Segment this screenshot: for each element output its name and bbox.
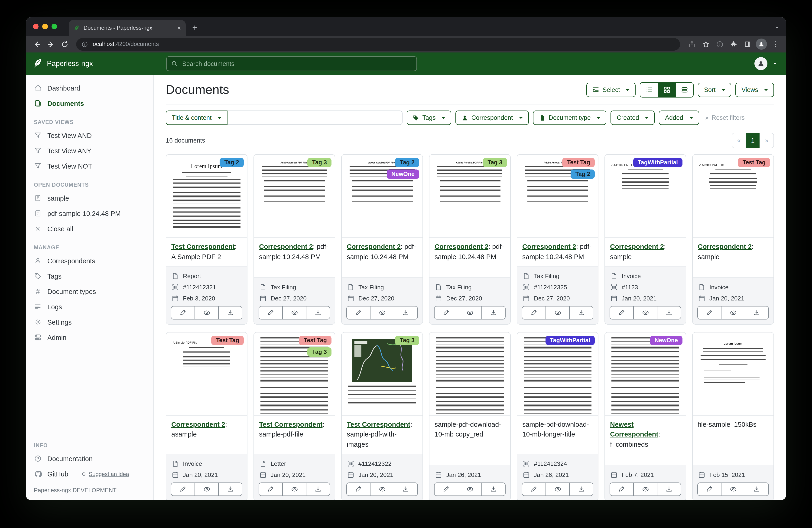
document-thumbnail[interactable]: A Simple PDF FileTest Tag <box>693 155 773 238</box>
document-card[interactable]: TagWithPartialsample-pdf-download-10-mb-… <box>517 332 598 500</box>
document-thumbnail[interactable]: Lorem IpsumTag 2 <box>166 155 247 238</box>
tag-badge[interactable]: NewOne <box>387 170 419 179</box>
document-title[interactable]: Test Correspondent: sample-pdf-with-imag… <box>342 415 422 454</box>
sidebar-item-correspondents[interactable]: Correspondents <box>26 253 153 268</box>
new-tab-button[interactable]: + <box>192 23 197 33</box>
correspondent-link[interactable]: Correspondent 2 <box>522 243 576 250</box>
tag-badge[interactable]: Tag 3 <box>308 158 332 167</box>
tag-badge[interactable]: Test Tag <box>299 336 332 345</box>
user-menu-caret-icon[interactable] <box>773 63 777 65</box>
pagination-next[interactable]: » <box>759 133 773 148</box>
select-button[interactable]: Select <box>586 83 636 97</box>
browser-tab[interactable]: Documents - Paperless-ngx × <box>69 20 186 36</box>
global-search[interactable] <box>166 56 417 71</box>
tag-badge[interactable]: Tag 3 <box>395 336 419 345</box>
document-card[interactable]: Lorem IpsumTag 2Test Correspondent: A Sa… <box>166 154 247 324</box>
correspondent-link[interactable]: Correspondent 2 <box>698 243 752 250</box>
tag-badge[interactable]: NewOne <box>650 336 682 345</box>
tag-badge[interactable]: Tag 3 <box>483 158 507 167</box>
edit-button[interactable] <box>698 306 721 319</box>
views-button[interactable]: Views <box>735 83 774 97</box>
document-thumbnail[interactable]: Lorem ipsum <box>693 332 773 415</box>
download-button[interactable] <box>481 306 505 319</box>
sidebar-item-admin[interactable]: Admin <box>26 330 153 345</box>
document-thumbnail[interactable]: A Simple PDF FileTagWithPartial <box>605 155 686 238</box>
view-button[interactable] <box>633 306 657 319</box>
download-button[interactable] <box>394 483 417 496</box>
view-button[interactable] <box>721 306 745 319</box>
site-info-icon[interactable] <box>82 41 88 47</box>
tag-badge[interactable]: TagWithPartial <box>545 336 595 345</box>
sidebar-close-all[interactable]: Close all <box>26 221 153 237</box>
document-title[interactable]: file-sample_150kBs <box>693 415 773 465</box>
document-title[interactable]: Newest Correspondent: f_combineds <box>605 415 686 465</box>
sidebar-open-doc-pdf-sample[interactable]: pdf-sample 10.24.48 PM <box>26 206 153 221</box>
document-title[interactable]: Correspondent 2: sample <box>693 238 773 277</box>
tab-search-chevron-icon[interactable]: ⌄ <box>774 23 780 30</box>
document-thumbnail[interactable]: NewOne <box>605 332 686 415</box>
download-button[interactable] <box>306 483 330 496</box>
correspondent-link[interactable]: Correspondent 2 <box>171 420 225 428</box>
minimize-window-button[interactable] <box>42 24 48 29</box>
correspondent-link[interactable]: Newest Correspondent <box>610 420 658 438</box>
view-button[interactable] <box>194 306 218 319</box>
view-button[interactable] <box>282 483 306 496</box>
extensions-puzzle-icon[interactable] <box>727 38 740 50</box>
close-window-button[interactable] <box>33 24 39 29</box>
tag-badge[interactable]: Tag 3 <box>308 347 332 356</box>
edit-button[interactable] <box>171 483 194 496</box>
reset-filters-link[interactable]: ×Reset filters <box>705 114 745 122</box>
view-button[interactable] <box>546 483 569 496</box>
edit-button[interactable] <box>347 483 370 496</box>
correspondent-link[interactable]: Correspondent 2 <box>259 243 313 250</box>
pagination-prev[interactable]: « <box>732 133 745 148</box>
document-thumbnail[interactable]: Adobe Acrobat PDF FilesTag 3 <box>254 155 335 238</box>
forward-button[interactable] <box>45 38 57 50</box>
edit-button[interactable] <box>347 306 370 319</box>
tags-filter-button[interactable]: Tags <box>407 111 451 125</box>
tag-badge[interactable]: Test Tag <box>563 158 595 167</box>
bookmark-star-icon[interactable] <box>700 38 712 50</box>
list-view-button[interactable] <box>640 83 658 97</box>
app-brand[interactable]: Paperless-ngx <box>33 58 149 69</box>
sidebar-item-settings[interactable]: Settings <box>26 314 153 330</box>
document-title[interactable]: Correspondent 2: pdf-sample 10.24.48 PM <box>430 238 510 277</box>
document-title[interactable]: Correspondent 2: pdf-sample 10.24.48 PM <box>517 238 598 266</box>
sidebar-item-documentation[interactable]: Documentation <box>26 451 153 466</box>
document-title[interactable]: Correspondent 2: pdf-sample 10.24.48 PM <box>342 238 422 277</box>
tag-badge[interactable]: Test Tag <box>212 336 244 345</box>
document-title[interactable]: Correspondent 2: sample <box>605 238 686 266</box>
document-thumbnail[interactable]: Adobe Acrobat PDF FilesTag 2NewOne <box>342 155 422 238</box>
document-card[interactable]: A Simple PDF FileTest TagCorrespondent 2… <box>692 154 774 324</box>
url-bar[interactable]: localhost:4200/documents <box>76 38 680 51</box>
document-card[interactable]: Lorem ipsumfile-sample_150kBsFeb 15, 202… <box>692 332 774 500</box>
document-card[interactable]: NewOneNewest Correspondent: f_combinedsF… <box>605 332 686 500</box>
document-card[interactable]: sample-pdf-download-10-mb copy_redJan 26… <box>429 332 511 500</box>
tag-badge[interactable]: Tag 2 <box>220 158 244 167</box>
detail-view-button[interactable] <box>676 83 693 97</box>
view-button[interactable] <box>721 483 745 496</box>
document-title[interactable]: Correspondent 2: asample <box>166 415 247 454</box>
added-filter-button[interactable]: Added <box>659 111 699 125</box>
edit-button[interactable] <box>522 306 546 319</box>
document-title[interactable]: Test Correspondent: sample-pdf-file <box>254 415 335 454</box>
document-title[interactable]: sample-pdf-download-10-mb-longer-title <box>517 415 598 454</box>
side-panel-icon[interactable] <box>741 38 754 50</box>
document-card[interactable]: Adobe Acrobat PDF FilesTag 2NewOneCorres… <box>341 154 423 324</box>
download-button[interactable] <box>569 483 593 496</box>
document-card[interactable]: Adobe Acrobat PDF FilesTag 3Corresponden… <box>253 154 335 324</box>
download-button[interactable] <box>306 306 330 319</box>
edit-button[interactable] <box>435 483 458 496</box>
document-thumbnail[interactable]: Adobe Acrobat PDF FilesTest TagTag 2 <box>517 155 598 238</box>
document-thumbnail[interactable]: Test TagTag 3 <box>254 332 335 415</box>
view-button[interactable] <box>370 483 394 496</box>
download-button[interactable] <box>218 483 242 496</box>
document-title[interactable]: Correspondent 2: pdf-sample 10.24.48 PM <box>254 238 335 277</box>
pagination-current-page[interactable]: 1 <box>745 133 759 148</box>
edit-button[interactable] <box>698 483 721 496</box>
document-card[interactable]: Adobe Acrobat PDF FilesTag 3Corresponden… <box>429 154 511 324</box>
sidebar-item-document-types[interactable]: # Document types <box>26 284 153 299</box>
sidebar-item-tags[interactable]: Tags <box>26 268 153 284</box>
document-card[interactable]: Tag 3Test Correspondent: sample-pdf-with… <box>341 332 423 500</box>
document-thumbnail[interactable] <box>430 332 510 415</box>
